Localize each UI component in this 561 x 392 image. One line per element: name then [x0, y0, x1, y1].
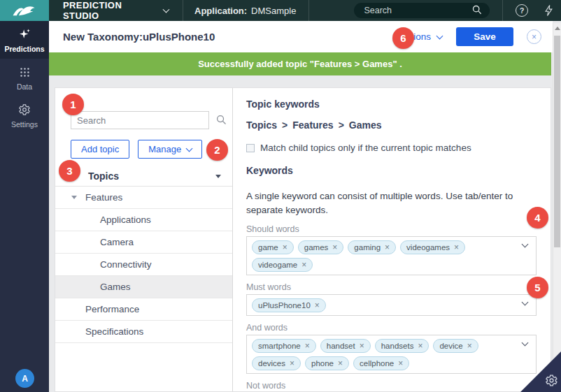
- remove-tag-icon[interactable]: ×: [305, 342, 310, 350]
- callout-4: 4: [527, 207, 548, 228]
- vertical-scrollbar[interactable]: [553, 23, 561, 392]
- scroll-up-arrow-icon[interactable]: [555, 27, 560, 30]
- help-icon[interactable]: ?: [516, 4, 528, 17]
- keyword-tag-label: phone: [311, 359, 334, 368]
- callout-6: 6: [392, 27, 414, 49]
- callout-1: 1: [62, 94, 84, 115]
- keyword-tag-label: handset: [327, 342, 355, 350]
- and-words-input[interactable]: smartphone×handset×handsets×device×devic…: [246, 335, 537, 374]
- sidebar-item-label: Settings: [11, 120, 38, 129]
- remove-tag-icon[interactable]: ×: [398, 359, 403, 368]
- keyword-tag-gaming[interactable]: gaming×: [348, 240, 396, 254]
- tree-item-features[interactable]: Features: [55, 187, 232, 209]
- tree-item-games[interactable]: Games: [55, 276, 232, 298]
- topics-column: Add topic Manage Topics FeaturesApplicat…: [55, 88, 233, 391]
- chevron-down-icon[interactable]: [522, 299, 529, 306]
- user-avatar[interactable]: A: [15, 369, 34, 388]
- add-topic-button[interactable]: Add topic: [71, 140, 129, 159]
- tree-item-camera[interactable]: Camera: [55, 231, 232, 254]
- application-info: Application:DMSample: [194, 6, 296, 16]
- sidebar-item-data[interactable]: Data: [0, 59, 49, 96]
- scrollbar-thumb[interactable]: [554, 36, 560, 247]
- remove-tag-icon[interactable]: ×: [385, 243, 390, 252]
- chevron-down-icon[interactable]: [522, 340, 529, 347]
- keyword-tag-label: videogames: [406, 243, 450, 252]
- tree-item-applications[interactable]: Applications: [55, 209, 232, 231]
- remove-tag-icon[interactable]: ×: [467, 342, 472, 350]
- topics-search-input[interactable]: [71, 111, 209, 129]
- studio-switcher-menu[interactable]: PREDICTION STUDIO: [49, 0, 183, 21]
- avatar-letter: A: [22, 374, 28, 384]
- keyword-tag-games[interactable]: games×: [298, 240, 344, 254]
- keyword-tag-phone[interactable]: phone×: [305, 356, 349, 370]
- tree-item-connectivity[interactable]: Connectivity: [55, 254, 232, 276]
- remove-tag-icon[interactable]: ×: [454, 243, 459, 252]
- and-words-label: And words: [246, 323, 537, 333]
- search-icon: [471, 4, 483, 17]
- callout-5: 5: [527, 277, 548, 298]
- settings-gear-icon[interactable]: [545, 374, 558, 390]
- should-words-input[interactable]: game×games×gaming×videogames×videogame×: [246, 236, 537, 275]
- keyword-tag-devices[interactable]: devices×: [252, 356, 301, 370]
- search-icon[interactable]: [215, 114, 227, 129]
- remove-tag-icon[interactable]: ×: [315, 301, 320, 310]
- breadcrumb-item-games[interactable]: Games: [349, 119, 382, 131]
- keyword-tag-handset[interactable]: handset×: [320, 339, 371, 353]
- breadcrumb-item-features[interactable]: Features: [292, 119, 333, 131]
- manage-label: Manage: [148, 144, 181, 154]
- remove-tag-icon[interactable]: ×: [338, 359, 343, 368]
- global-search-input[interactable]: Search: [354, 3, 490, 18]
- tree-item-performance[interactable]: Performance: [55, 298, 232, 321]
- must-words-input[interactable]: uPlusPhone10×: [246, 294, 537, 316]
- chevron-down-icon[interactable]: [522, 241, 529, 248]
- expand-arrow-icon[interactable]: [71, 196, 77, 199]
- keywords-help-text: A single keyword can consist of multiple…: [246, 189, 534, 217]
- add-topic-label: Add topic: [81, 144, 119, 154]
- pega-logo-icon[interactable]: [0, 0, 49, 21]
- tree-item-label: Games: [100, 282, 131, 292]
- help-glyph: ?: [520, 6, 525, 15]
- not-words-label: Not words: [246, 381, 537, 391]
- remove-tag-icon[interactable]: ×: [290, 359, 294, 368]
- application-label: Application:: [194, 6, 247, 16]
- filter-icon[interactable]: [215, 175, 221, 178]
- topbar-divider: [308, 0, 309, 21]
- tree-item-label: Features: [85, 192, 122, 203]
- keyword-tag-label: cellphone: [360, 359, 394, 368]
- remove-tag-icon[interactable]: ×: [301, 261, 306, 269]
- topbar-divider: [183, 0, 183, 21]
- sidebar-item-label: Predictions: [4, 45, 44, 53]
- match-child-topics-checkbox[interactable]: [246, 144, 255, 152]
- keyword-tag-videogame[interactable]: videogame×: [252, 258, 313, 272]
- keyword-tag-cellphone[interactable]: cellphone×: [353, 356, 409, 370]
- keyword-tag-smartphone[interactable]: smartphone×: [252, 339, 316, 353]
- remove-tag-icon[interactable]: ×: [283, 243, 287, 252]
- predictions-sparkle-icon: [17, 27, 31, 41]
- taxonomy-panel: Add topic Manage Topics FeaturesApplicat…: [55, 87, 551, 392]
- tree-item-specifications[interactable]: Specifications: [55, 321, 232, 343]
- application-value: DMSample: [251, 6, 296, 16]
- breadcrumb-item-topics[interactable]: Topics: [246, 119, 277, 131]
- page-title: New Taxonomy:uPlusPhone10: [63, 31, 215, 43]
- keyword-tag-game[interactable]: game×: [252, 240, 294, 254]
- remove-tag-icon[interactable]: ×: [360, 342, 364, 350]
- close-icon[interactable]: ×: [527, 29, 541, 44]
- keyword-tag-device[interactable]: device×: [433, 339, 478, 353]
- chevron-down-icon: [186, 145, 193, 152]
- save-button[interactable]: Save: [456, 27, 513, 46]
- manage-button[interactable]: Manage: [138, 140, 202, 159]
- checkbox-label: Match child topics only if the current t…: [260, 143, 471, 153]
- sidebar-item-settings[interactable]: Settings: [0, 96, 49, 134]
- keyword-tag-uplusphone10[interactable]: uPlusPhone10×: [252, 298, 326, 312]
- chevron-down-icon: [436, 32, 443, 39]
- lightning-bolt-icon[interactable]: [544, 4, 554, 17]
- close-glyph: ×: [532, 32, 537, 42]
- keyword-tag-handsets[interactable]: handsets×: [375, 339, 429, 353]
- remove-tag-icon[interactable]: ×: [332, 243, 337, 252]
- taxonomy-header: New Taxonomy:uPlusPhone10 Actions Save ×: [49, 21, 553, 52]
- tree-item-label: Specifications: [85, 326, 143, 337]
- keyword-tag-videogames[interactable]: videogames×: [400, 240, 465, 254]
- tree-item-label: Applications: [100, 215, 151, 225]
- remove-tag-icon[interactable]: ×: [418, 342, 422, 350]
- sidebar-item-predictions[interactable]: Predictions: [0, 21, 49, 59]
